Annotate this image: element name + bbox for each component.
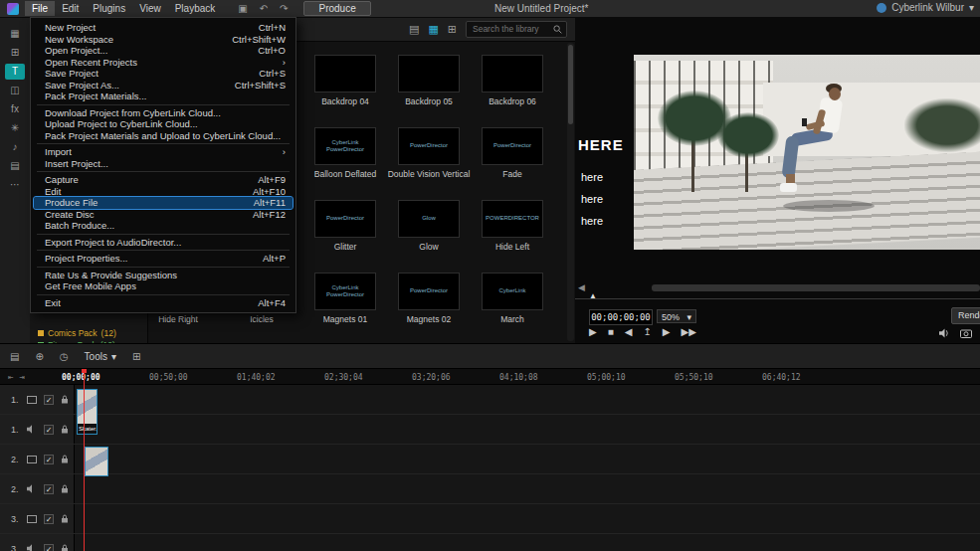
library-item[interactable]: CyberLink PowerDirectorMagnets 01 (303, 273, 387, 345)
file-menu-item-open-project[interactable]: Open Project...Ctrl+O (31, 45, 295, 57)
preview-timecode[interactable]: 00;00;00;00 (589, 309, 653, 325)
file-menu-item-new-workspace[interactable]: New WorkspaceCtrl+Shift+W (31, 34, 295, 46)
library-item[interactable]: GlowGlow (387, 200, 471, 273)
lock-icon[interactable] (61, 395, 69, 404)
library-scrollbar[interactable] (567, 43, 574, 341)
track-lane[interactable] (75, 474, 980, 503)
library-item[interactable]: PowerDirectorMagnets 02 (387, 273, 471, 345)
preview-horizontal-scrollbar[interactable] (652, 284, 980, 291)
render-preview-button[interactable]: Render (951, 307, 980, 324)
timeline-clip[interactable]: Skater... (77, 389, 98, 435)
track-header[interactable]: 1. ✓ (0, 385, 75, 414)
previous-frame-button[interactable]: ◀ (625, 326, 633, 337)
track-lane[interactable] (75, 534, 980, 551)
track-enable-checkbox[interactable]: ✓ (44, 455, 54, 464)
track-lane[interactable] (75, 385, 980, 414)
file-menu-item-save-project[interactable]: Save ProjectCtrl+S (31, 68, 295, 80)
screen-capture-icon[interactable]: ▣ (238, 3, 247, 14)
track-enable-checkbox[interactable]: ✓ (44, 484, 54, 494)
track-header[interactable]: 2. ✓ (0, 474, 75, 503)
scrollbar-thumb[interactable] (568, 45, 573, 124)
library-item[interactable]: CyberLink PowerDirectorBalloon Deflated (303, 127, 387, 200)
track-lane[interactable] (75, 445, 980, 473)
track-header[interactable]: 1. ✓ (0, 415, 75, 444)
file-menu-item-insert-project[interactable]: Insert Project... (31, 158, 295, 170)
menu-plugins[interactable]: Plugins (86, 1, 132, 16)
file-menu-item-mobile-apps[interactable]: Get Free Mobile Apps (31, 280, 295, 292)
mute-button[interactable] (939, 328, 950, 338)
library-search[interactable] (466, 21, 567, 38)
redo-icon[interactable]: ↷ (280, 3, 288, 14)
file-menu-item-rate-us[interactable]: Rate Us & Provide Suggestions (31, 270, 295, 281)
library-item[interactable]: PowerDirectorGlitter (303, 200, 387, 273)
file-menu-item-save-project-as[interactable]: Save Project As...Ctrl+Shift+S (31, 80, 295, 92)
lock-icon[interactable] (61, 425, 69, 434)
library-item[interactable]: Backdrop 05 (387, 55, 471, 127)
track-lane[interactable] (75, 504, 980, 533)
track-manager-icon[interactable]: ▤ (10, 351, 19, 362)
file-menu-item-new-project[interactable]: New ProjectCtrl+N (31, 22, 295, 34)
undo-icon[interactable]: ↶ (260, 3, 268, 14)
particle-room-icon[interactable]: ✳ (5, 120, 25, 136)
file-menu-item-exit[interactable]: ExitAlt+F4 (31, 297, 295, 309)
file-menu-item-pack-project-materials[interactable]: Pack Project Materials... (31, 91, 295, 102)
track-enable-checkbox[interactable]: ✓ (44, 514, 54, 524)
file-menu-item-edit[interactable]: EditAlt+F10 (31, 186, 295, 198)
file-menu-item-pack-and-upload-cloud[interactable]: Pack Project Materials and Upload to Cyb… (31, 130, 295, 142)
grid-view-icon[interactable]: ⊞ (448, 23, 457, 36)
sort-view-icon[interactable]: ▤ (409, 23, 419, 36)
fast-forward-button[interactable]: ▶▶ (682, 326, 696, 337)
library-item[interactable]: PowerDirectorFade (471, 127, 554, 200)
file-menu-item-import[interactable]: Import› (31, 146, 295, 158)
file-menu-item-produce-file[interactable]: Produce FileAlt+F11 (34, 197, 293, 209)
title-room-icon[interactable]: T (5, 64, 25, 80)
file-menu-item-batch-produce[interactable]: Batch Produce... (31, 220, 295, 232)
library-item[interactable]: Backdrop 06 (471, 55, 554, 127)
search-input[interactable] (471, 23, 549, 35)
user-menu[interactable]: Cyberlink Wilbur ▾ (877, 2, 974, 13)
library-item[interactable]: CyberLinkMarch (471, 273, 554, 345)
preview-video[interactable] (634, 55, 980, 250)
scroll-to-start-icon[interactable]: ⇤ (8, 372, 13, 382)
file-menu-item-upload-to-cloud[interactable]: Upload Project to CyberLink Cloud... (31, 118, 295, 130)
more-rooms-icon[interactable]: ⋯ (5, 177, 25, 193)
timeline-ruler[interactable]: ⇤ ⇥ 00;00;00 00;50;00 01;40;02 02;30;04 … (0, 369, 980, 385)
transition-room-icon[interactable]: ◫ (5, 83, 25, 98)
track-enable-checkbox[interactable]: ✓ (44, 544, 54, 551)
playhead[interactable] (84, 369, 85, 551)
menu-file[interactable]: File (25, 1, 55, 16)
lock-icon[interactable] (61, 544, 69, 551)
track-enable-checkbox[interactable]: ✓ (44, 395, 54, 405)
file-menu-item-download-from-cloud[interactable]: Download Project from CyberLink Cloud... (31, 107, 295, 119)
library-item[interactable]: POWERDIRECTORHide Left (471, 200, 554, 273)
range-select-icon[interactable]: ⊞ (132, 351, 140, 362)
seek-indicator-icon[interactable]: ▲ (589, 291, 597, 300)
audio-room-icon[interactable]: ♪ (5, 139, 25, 155)
effect-room-icon[interactable]: fx (5, 101, 25, 117)
tree-item-comics-pack[interactable]: Comics Pack(12) (38, 328, 116, 338)
track-header[interactable]: 2. ✓ (0, 445, 75, 473)
next-frame-button[interactable]: ▶ (663, 326, 671, 337)
scroll-to-playhead-icon[interactable]: ⇥ (19, 372, 24, 382)
track-enable-checkbox[interactable]: ✓ (44, 425, 54, 435)
thumbnail-view-icon[interactable]: ▦ (428, 23, 438, 36)
file-menu-item-export-audiodirector[interactable]: Export Project to AudioDirector... (31, 237, 295, 249)
duration-icon[interactable]: ◷ (60, 351, 69, 362)
track-lane[interactable] (75, 415, 980, 444)
menu-edit[interactable]: Edit (55, 1, 86, 16)
timeline-clip[interactable] (85, 447, 108, 476)
zoom-select[interactable]: 50% ▾ (657, 309, 696, 323)
tools-dropdown[interactable]: Tools ▾ (85, 351, 116, 362)
file-menu-item-create-disc[interactable]: Create DiscAlt+F12 (31, 209, 295, 221)
track-header[interactable]: 3. ✓ (0, 534, 75, 551)
snap-icon[interactable]: ⊕ (35, 351, 43, 362)
overlay-room-icon[interactable]: ⊞ (5, 45, 25, 61)
menu-playback[interactable]: Playback (168, 1, 223, 16)
chapter-room-icon[interactable]: ▤ (5, 158, 25, 174)
media-room-icon[interactable]: ▦ (5, 26, 25, 42)
file-menu-item-capture[interactable]: CaptureAlt+F9 (31, 174, 295, 186)
menu-view[interactable]: View (132, 1, 168, 16)
play-button[interactable]: ▶ (589, 326, 597, 337)
lock-icon[interactable] (61, 514, 69, 523)
snapshot-button[interactable] (960, 329, 972, 338)
